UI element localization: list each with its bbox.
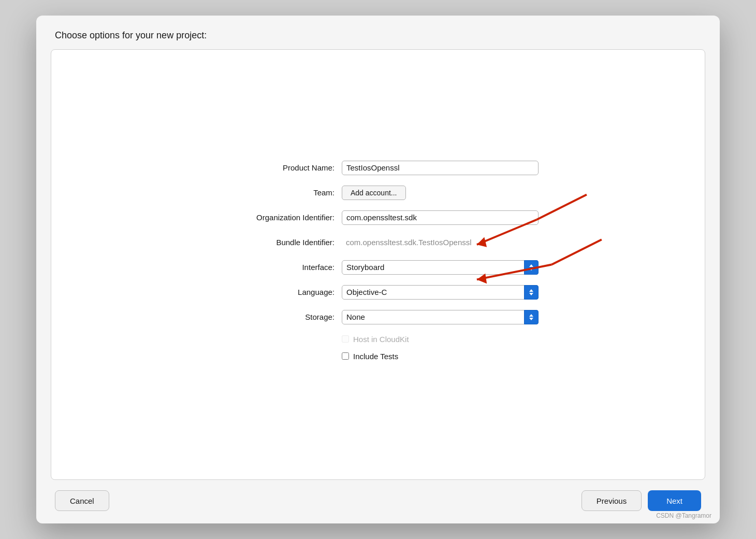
- bundle-identifier-label: Bundle Identifier:: [217, 238, 342, 247]
- org-identifier-label: Organization Identifier:: [217, 213, 342, 222]
- footer-right-buttons: Previous Next: [581, 490, 701, 511]
- dialog-footer: Cancel Previous Next: [36, 480, 720, 523]
- host-in-cloudkit-label: Host in CloudKit: [353, 335, 409, 344]
- interface-row: Interface: Storyboard SwiftUI: [217, 260, 539, 275]
- org-identifier-row: Organization Identifier:: [217, 210, 539, 225]
- storage-select-wrapper: None Core Data CloudKit: [342, 310, 539, 324]
- watermark: CSDN @Tangramor: [656, 512, 711, 519]
- add-account-button[interactable]: Add account...: [342, 186, 406, 200]
- dialog-content: Product Name: Team: Add account... Organ…: [51, 49, 705, 480]
- include-tests-row: Include Tests: [342, 352, 539, 361]
- language-select[interactable]: Swift Objective-C: [342, 285, 539, 300]
- language-select-wrapper: Swift Objective-C: [342, 285, 539, 300]
- org-identifier-input[interactable]: [342, 210, 539, 225]
- include-tests-checkbox[interactable]: [342, 352, 349, 360]
- product-name-label: Product Name:: [217, 163, 342, 172]
- next-button[interactable]: Next: [648, 490, 701, 511]
- dialog-header: Choose options for your new project:: [36, 16, 720, 49]
- dialog-title: Choose options for your new project:: [55, 30, 207, 40]
- cancel-button[interactable]: Cancel: [55, 490, 109, 511]
- host-in-cloudkit-checkbox[interactable]: [342, 335, 349, 343]
- language-row: Language: Swift Objective-C: [217, 285, 539, 300]
- previous-button[interactable]: Previous: [581, 490, 642, 511]
- language-label: Language:: [217, 288, 342, 296]
- include-tests-label: Include Tests: [353, 352, 398, 361]
- storage-row: Storage: None Core Data CloudKit: [217, 310, 539, 324]
- dialog: Choose options for your new project: Pro…: [36, 16, 720, 523]
- interface-select[interactable]: Storyboard SwiftUI: [342, 260, 539, 275]
- storage-select[interactable]: None Core Data CloudKit: [342, 310, 539, 324]
- bundle-identifier-row: Bundle Identifier: com.openssltest.sdk.T…: [217, 235, 539, 250]
- interface-select-wrapper: Storyboard SwiftUI: [342, 260, 539, 275]
- team-label: Team:: [217, 188, 342, 197]
- svg-line-2: [537, 195, 587, 220]
- team-row: Team: Add account...: [217, 186, 539, 200]
- form-container: Product Name: Team: Add account... Organ…: [217, 161, 539, 369]
- product-name-row: Product Name:: [217, 161, 539, 175]
- product-name-input[interactable]: [342, 161, 539, 175]
- interface-label: Interface:: [217, 263, 342, 272]
- storage-label: Storage:: [217, 313, 342, 321]
- svg-line-5: [551, 239, 601, 264]
- host-in-cloudkit-row: Host in CloudKit: [342, 335, 539, 344]
- bundle-identifier-value: com.openssltest.sdk.TestIosOpenssl: [342, 235, 539, 250]
